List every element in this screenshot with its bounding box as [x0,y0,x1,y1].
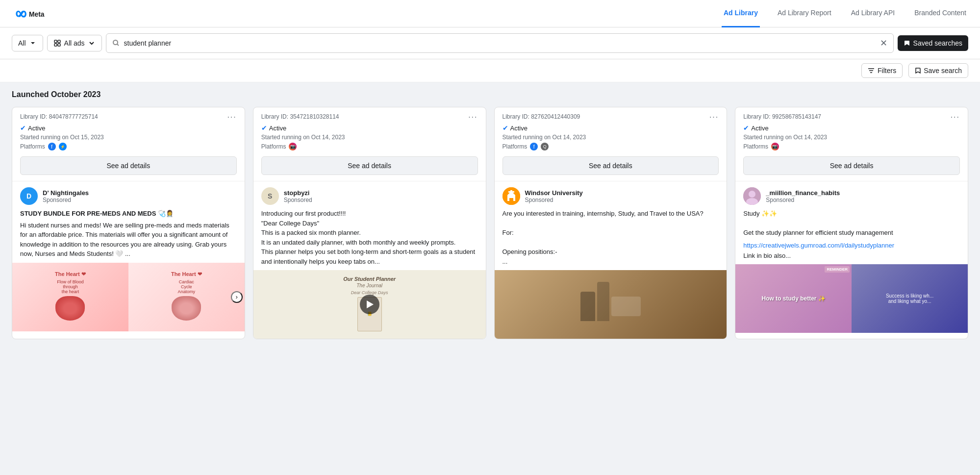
advertiser-name-4: _miillion_finance_habits [766,189,840,197]
sponsored-2: Sponsored [284,197,312,203]
platforms-1: Platforms f ⚡ [20,143,237,150]
instagram-icon-4: 📷 [771,143,779,150]
status-label-2: Active [269,125,286,132]
ad-images-3 [495,270,727,339]
instagram-icon-2: 📷 [289,143,297,150]
sponsored-3: Sponsored [525,197,583,203]
chevron-down-icon-2 [88,39,96,47]
ad-extra-4: Link in bio also... [735,251,968,265]
advertiser-name-1: D' Nightingales [43,189,89,197]
card-meta-1: Library ID: 840478777725714 ··· ✔ Active… [12,107,245,156]
more-options-btn-2[interactable]: ··· [468,113,477,121]
advertiser-name-3: Windsor University [525,189,583,197]
platforms-label-4: Platforms [743,143,768,150]
ad-card-4: Library ID: 992586785143147 ··· ✔ Active… [735,107,968,339]
play-button-2[interactable] [360,295,379,314]
all-ads-dropdown[interactable]: All ads [47,35,102,51]
ad-image-4b: Success is liking wh...and liking what y… [852,264,968,333]
advertiser-info-3: Windsor University Sponsored [525,189,583,203]
ad-body-4: Study ✨✨ Get the study planner for effic… [735,209,968,242]
filter-icon [868,67,875,74]
platforms-4: Platforms 📷 [743,143,960,150]
search-input[interactable] [124,39,876,47]
platforms-label-3: Platforms [503,143,528,150]
ad-body-3: Are you interested in training, internsh… [495,209,727,270]
library-id-2: Library ID: 354721810328114 [261,113,339,120]
card-meta-4: Library ID: 992586785143147 ··· ✔ Active… [735,107,968,156]
library-id-4: Library ID: 992586785143147 [743,113,821,120]
ad-image-4a: How to study better ✨ REMINDER [735,264,852,333]
status-2: ✔ Active [261,124,478,132]
ad-card-2: Library ID: 354721810328114 ··· ✔ Active… [253,107,486,339]
active-icon-2: ✔ [261,124,267,132]
more-options-btn-1[interactable]: ··· [227,113,236,121]
header: Meta Ad Library Ad Library Report Ad Lib… [0,0,980,27]
ad-image-1a: The Heart ❤ Flow of Bloodthroughthe hear… [12,263,128,331]
chevron-down-icon [29,39,37,47]
ad-copy-4: Study ✨✨ Get the study planner for effic… [743,209,960,238]
svg-point-10 [749,191,755,198]
card-header-1: Library ID: 840478777725714 ··· [20,113,237,121]
filters-label: Filters [878,67,896,75]
ad-copy-2: Introducing our first product!!!! "Dear … [261,209,478,266]
all-ads-label: All ads [64,39,85,47]
see-details-btn-3[interactable]: See ad details [503,156,719,175]
platforms-3: Platforms f Q [503,143,719,150]
platforms-label-2: Platforms [261,143,286,150]
meta-logo: Meta [12,8,51,20]
card-meta-3: Library ID: 827620412440309 ··· ✔ Active… [495,107,727,156]
active-icon-3: ✔ [503,124,508,132]
all-dropdown[interactable]: All [12,35,43,51]
nav-branded-content[interactable]: Branded Content [912,0,968,27]
filters-button[interactable]: Filters [861,63,903,78]
status-label-3: Active [510,125,528,132]
image-nav-1[interactable]: › [231,291,243,303]
more-options-btn-3[interactable]: ··· [709,113,719,121]
search-icon [112,39,120,47]
more-options-btn-4[interactable]: ··· [951,113,960,121]
status-3: ✔ Active [503,124,719,132]
section-title: Launched October 2023 [12,90,968,99]
messenger-icon-1: ⚡ [59,143,67,150]
ad-image-2a: Our Student Planner The Journal Dear Col… [253,270,486,339]
ad-body-1: STUDY BUNDLE FOR PRE-MEDS AND MEDS 🩺👩‍⚕️… [12,209,245,263]
ad-copy-1: Hi student nurses and meds! We are selli… [20,221,237,259]
miillion-finance-icon [743,187,761,205]
ad-image-1b: The Heart ❤ CardiacCycleAnatomy [128,263,245,331]
nav-ad-library[interactable]: Ad Library [722,0,760,27]
windsor-university-icon [503,187,520,205]
see-details-btn-2[interactable]: See ad details [261,156,478,175]
ads-grid: Library ID: 840478777725714 ··· ✔ Active… [12,107,968,339]
advertiser-info-1: D' Nightingales Sponsored [43,189,89,203]
bookmark-icon [904,40,910,47]
status-label-1: Active [28,125,45,132]
clear-search-button[interactable]: ✕ [880,38,887,49]
active-icon-4: ✔ [743,124,749,132]
svg-rect-3 [54,44,57,46]
svg-rect-1 [54,40,57,43]
see-details-btn-4[interactable]: See ad details [743,156,960,175]
save-search-button[interactable]: Save search [908,63,968,78]
nav-ad-library-api[interactable]: Ad Library API [849,0,897,27]
filter-bar: Filters Save search [0,59,980,82]
nav-ad-library-report[interactable]: Ad Library Report [776,0,833,27]
avatar-1: D [20,187,38,205]
ad-link-4[interactable]: https://creativejwels.gumroad.com/l/dail… [735,242,968,251]
card-header-3: Library ID: 827620412440309 ··· [503,113,719,121]
saved-searches-label: Saved searches [913,39,962,47]
sponsored-4: Sponsored [766,197,840,203]
advertiser-info-4: _miillion_finance_habits Sponsored [766,189,840,203]
status-4: ✔ Active [743,124,960,132]
started-2: Started running on Oct 14, 2023 [261,134,478,141]
see-details-btn-1[interactable]: See ad details [20,156,237,175]
advertiser-row-1: D D' Nightingales Sponsored [12,181,245,209]
facebook-icon-3: f [530,143,538,150]
saved-searches-button[interactable]: Saved searches [898,35,968,51]
save-search-label: Save search [924,67,962,75]
ad-body-2: Introducing our first product!!!! "Dear … [253,209,486,270]
ad-title-1: STUDY BUNDLE FOR PRE-MEDS AND MEDS 🩺👩‍⚕️ [20,209,237,219]
advertiser-row-4: _miillion_finance_habits Sponsored [735,181,968,209]
svg-text:Meta: Meta [29,10,45,18]
main-content: Launched October 2023 Library ID: 840478… [0,82,980,347]
status-label-4: Active [751,125,768,132]
